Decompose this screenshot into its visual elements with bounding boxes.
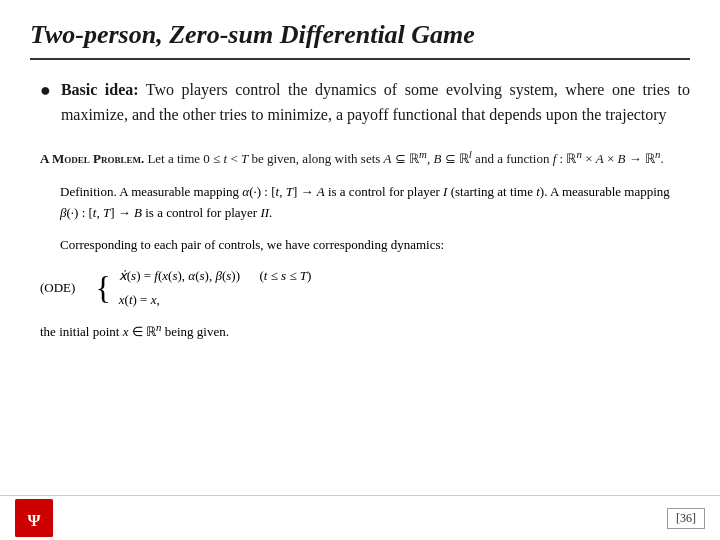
uh-logo-icon: Ψ [15, 499, 53, 537]
model-problem-section: A Model Problem. Let a time 0 ≤ t < T be… [30, 146, 690, 170]
svg-text:Ψ: Ψ [27, 511, 40, 530]
ode-section: (ODE) { ẋ(s) = f(x(s), α(s), β(s)) (t ≤ … [30, 264, 690, 311]
bullet-text: Basic idea: Two players control the dyna… [61, 78, 690, 128]
bottom-bar: Ψ [36] [0, 495, 720, 540]
initial-point: the initial point x ∈ ℝn being given. [30, 321, 690, 340]
slide-title: Two-person, Zero-sum Differential Game [30, 20, 690, 50]
title-area: Two-person, Zero-sum Differential Game [30, 20, 690, 60]
slide-container: Two-person, Zero-sum Differential Game ●… [0, 0, 720, 540]
initial-point-text: the initial point x ∈ ℝn being given. [40, 324, 229, 339]
definition-section: Definition. A measurable mapping α(·) : … [30, 182, 690, 224]
definition-label: Definition. [60, 184, 117, 199]
bullet-content: Two players control the dynamics of some… [61, 81, 690, 123]
slide-number: [36] [667, 508, 705, 529]
bullet-label: Basic idea: [61, 81, 139, 98]
corresponding-text: Corresponding to each pair of controls, … [60, 237, 444, 252]
corresponding-section: Corresponding to each pair of controls, … [30, 235, 690, 256]
ode-equations: ẋ(s) = f(x(s), α(s), β(s)) (t ≤ s ≤ T) x… [119, 264, 312, 311]
ode-brace-icon: { [95, 272, 110, 304]
ode-label: (ODE) [40, 280, 75, 296]
bullet-icon: ● [40, 80, 51, 101]
definition-text: A measurable mapping α(·) : [t, T] → A i… [60, 184, 670, 220]
bullet-section: ● Basic idea: Two players control the dy… [30, 78, 690, 128]
model-problem-label: A Model Problem. [40, 151, 144, 166]
ode-eq1: ẋ(s) = f(x(s), α(s), β(s)) (t ≤ s ≤ T) [119, 264, 312, 287]
model-problem-text: Let a time 0 ≤ t < T be given, along wit… [147, 151, 663, 166]
ode-eq2: x(t) = x, [119, 288, 312, 311]
